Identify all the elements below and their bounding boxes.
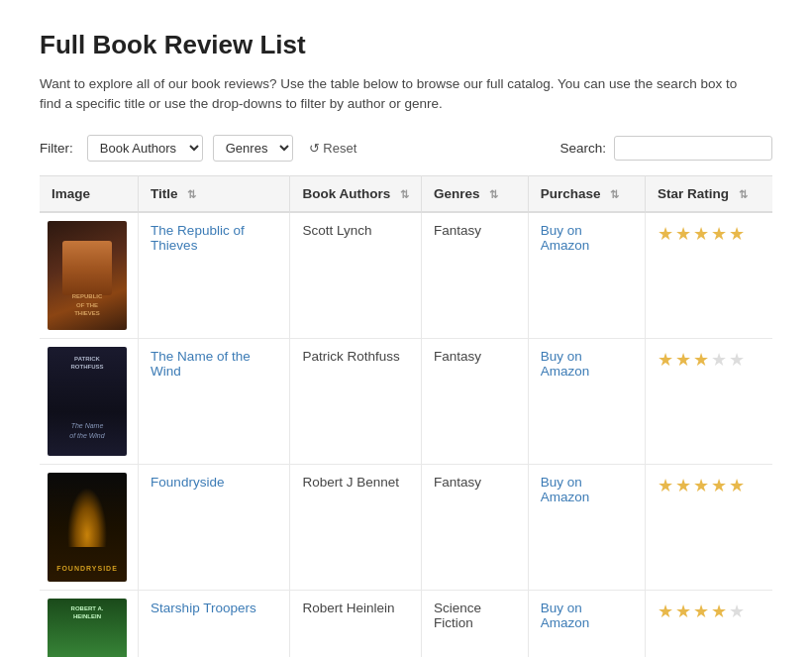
star-empty-icon: ★: [711, 349, 727, 371]
table-row: Starship TroopersRobert HeinleinScience …: [40, 590, 772, 657]
book-purchase-cell: Buy on Amazon: [528, 212, 645, 339]
book-rating-cell: ★★★★★: [646, 590, 772, 657]
star-filled-icon: ★: [711, 223, 727, 245]
search-area: Search:: [559, 136, 772, 161]
table-row: The Republic of ThievesScott LynchFantas…: [40, 212, 772, 339]
star-rating: ★★★★★: [658, 349, 761, 371]
star-filled-icon: ★: [658, 349, 673, 371]
star-filled-icon: ★: [693, 475, 709, 496]
book-image-cell: [40, 338, 139, 464]
buy-on-amazon-link[interactable]: Buy on Amazon: [541, 475, 590, 504]
col-header-title[interactable]: Title ⇅: [139, 175, 290, 212]
rating-sort-icon: ⇅: [739, 188, 748, 201]
book-rating-cell: ★★★★★: [646, 338, 772, 464]
search-label: Search:: [559, 141, 606, 156]
book-title-cell: Starship Troopers: [139, 590, 290, 657]
star-rating: ★★★★★: [658, 223, 761, 245]
star-filled-icon: ★: [711, 475, 727, 496]
star-rating: ★★★★★: [658, 475, 761, 496]
book-author-cell: Robert Heinlein: [290, 590, 422, 657]
table-row: The Name of the WindPatrick RothfussFant…: [40, 338, 772, 464]
star-filled-icon: ★: [711, 601, 727, 622]
star-filled-icon: ★: [675, 601, 691, 622]
book-title-cell: Foundryside: [139, 464, 290, 590]
authors-filter-select[interactable]: Book Authors: [87, 135, 203, 162]
book-cover: [48, 347, 127, 456]
col-header-authors[interactable]: Book Authors ⇅: [290, 175, 422, 212]
book-title-cell: The Republic of Thieves: [139, 212, 290, 339]
star-empty-icon: ★: [729, 349, 745, 371]
book-author-cell: Scott Lynch: [290, 212, 422, 339]
star-filled-icon: ★: [675, 475, 691, 496]
star-filled-icon: ★: [658, 601, 673, 622]
book-rating-cell: ★★★★★: [646, 212, 772, 339]
book-image-cell: [40, 464, 139, 590]
book-image-cell: [40, 590, 139, 657]
book-title-link[interactable]: Starship Troopers: [151, 601, 256, 615]
book-genre-cell: Fantasy: [421, 464, 528, 590]
col-header-purchase[interactable]: Purchase ⇅: [528, 175, 645, 212]
book-title-link[interactable]: The Name of the Wind: [151, 349, 251, 379]
book-review-table: Image Title ⇅ Book Authors ⇅ Genres ⇅ Pu…: [40, 175, 772, 658]
book-rating-cell: ★★★★★: [646, 464, 772, 590]
search-input[interactable]: [614, 136, 772, 161]
star-rating: ★★★★★: [658, 601, 761, 622]
reset-button[interactable]: ↺ Reset: [303, 137, 363, 160]
star-filled-icon: ★: [693, 601, 709, 622]
book-genre-cell: Science Fiction: [421, 590, 528, 657]
book-title-link[interactable]: The Republic of Thieves: [151, 223, 245, 253]
star-filled-icon: ★: [658, 223, 673, 245]
star-filled-icon: ★: [675, 223, 691, 245]
buy-on-amazon-link[interactable]: Buy on Amazon: [541, 601, 590, 630]
col-header-star-rating[interactable]: Star Rating ⇅: [646, 175, 772, 212]
star-filled-icon: ★: [693, 223, 709, 245]
genres-sort-icon: ⇅: [489, 188, 498, 201]
buy-on-amazon-link[interactable]: Buy on Amazon: [541, 349, 590, 379]
star-filled-icon: ★: [693, 349, 709, 371]
book-author-cell: Robert J Bennet: [290, 464, 422, 590]
book-genre-cell: Fantasy: [421, 338, 528, 464]
book-cover: [48, 599, 127, 658]
filter-label: Filter:: [40, 141, 73, 156]
book-author-cell: Patrick Rothfuss: [290, 338, 422, 464]
book-purchase-cell: Buy on Amazon: [528, 338, 645, 464]
star-empty-icon: ★: [729, 601, 745, 622]
book-title-cell: The Name of the Wind: [139, 338, 290, 464]
book-genre-cell: Fantasy: [421, 212, 528, 339]
star-filled-icon: ★: [675, 349, 691, 371]
authors-sort-icon: ⇅: [400, 188, 409, 201]
col-header-genres[interactable]: Genres ⇅: [421, 175, 528, 212]
filter-bar: Filter: Book Authors Genres ↺ Reset Sear…: [40, 135, 772, 162]
genres-filter-select[interactable]: Genres: [213, 135, 293, 162]
table-header-row: Image Title ⇅ Book Authors ⇅ Genres ⇅ Pu…: [40, 175, 772, 212]
star-filled-icon: ★: [729, 223, 745, 245]
col-header-image: Image: [40, 175, 139, 212]
star-filled-icon: ★: [729, 475, 745, 496]
purchase-sort-icon: ⇅: [610, 188, 619, 201]
book-image-cell: [40, 212, 139, 339]
buy-on-amazon-link[interactable]: Buy on Amazon: [541, 223, 590, 253]
page-description: Want to explore all of our book reviews?…: [40, 74, 753, 115]
book-purchase-cell: Buy on Amazon: [528, 464, 645, 590]
page-title: Full Book Review List: [40, 30, 772, 60]
table-row: FoundrysideRobert J BennetFantasyBuy on …: [40, 464, 772, 590]
star-filled-icon: ★: [658, 475, 673, 496]
book-cover: [48, 221, 127, 330]
book-purchase-cell: Buy on Amazon: [528, 590, 645, 657]
book-cover: [48, 473, 127, 582]
book-title-link[interactable]: Foundryside: [151, 475, 224, 490]
title-sort-icon: ⇅: [187, 188, 196, 201]
